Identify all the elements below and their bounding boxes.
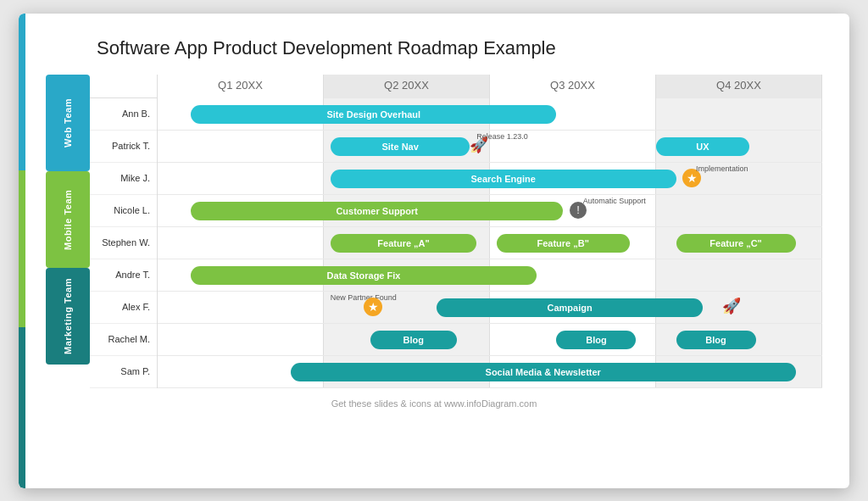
row-patrick: Site Nav 🚀 Release 1.23.0 UX [158,131,822,163]
name-andre: Andre T. [90,259,157,292]
quarter-headers: Q1 20XX Q2 20XX Q3 20XX Q4 20XX [158,75,822,98]
row-rachel: Blog Blog Blog [158,324,822,356]
row-nicole: Customer Support ! Automatic Support [158,195,822,227]
q2-header: Q2 20XX [324,75,490,98]
gantt-grid: Site Design Overhaul Site Nav 🚀 Release … [158,98,822,388]
row-sam: Social Media & Newsletter [158,356,822,388]
names-col: Ann B. Patrick T. Mike J. Nicole L. Step… [90,75,158,388]
slide-title: Software App Product Development Roadmap… [97,37,822,59]
row-mike: Search Engine ★ Implementation [158,163,822,195]
q4-header: Q4 20XX [656,75,822,98]
gantt-right: Q1 20XX Q2 20XX Q3 20XX Q4 20XX Site Des… [158,75,822,388]
team-label-mobile: Mobile Team [46,171,90,268]
team-label-web: Web Team [46,75,90,171]
row-alex: New Partner Found ★ Campaign 🚀 [158,292,822,324]
slide: Software App Product Development Roadmap… [19,14,849,488]
name-patrick: Patrick T. [90,131,157,163]
gantt-container: Web Team Mobile Team Marketing Team Ann … [46,75,822,388]
team-label-marketing: Marketing Team [46,268,90,365]
footer: Get these slides & icons at www.infoDiag… [46,398,822,409]
left-accent [19,14,25,488]
name-nicole: Nicole L. [90,195,157,227]
name-mike: Mike J. [90,163,157,195]
row-andre: Data Storage Fix [158,259,822,292]
team-labels-col: Web Team Mobile Team Marketing Team [46,75,90,388]
name-sam: Sam P. [90,356,157,388]
name-alex: Alex F. [90,292,157,324]
q1-header: Q1 20XX [158,75,324,98]
name-ann: Ann B. [90,98,157,131]
name-stephen: Stephen W. [90,227,157,259]
row-stephen: Feature „A" Feature „B" Feature „C" [158,227,822,259]
name-rachel: Rachel M. [90,324,157,356]
q3-header: Q3 20XX [490,75,656,98]
row-ann: Site Design Overhaul [158,98,822,131]
